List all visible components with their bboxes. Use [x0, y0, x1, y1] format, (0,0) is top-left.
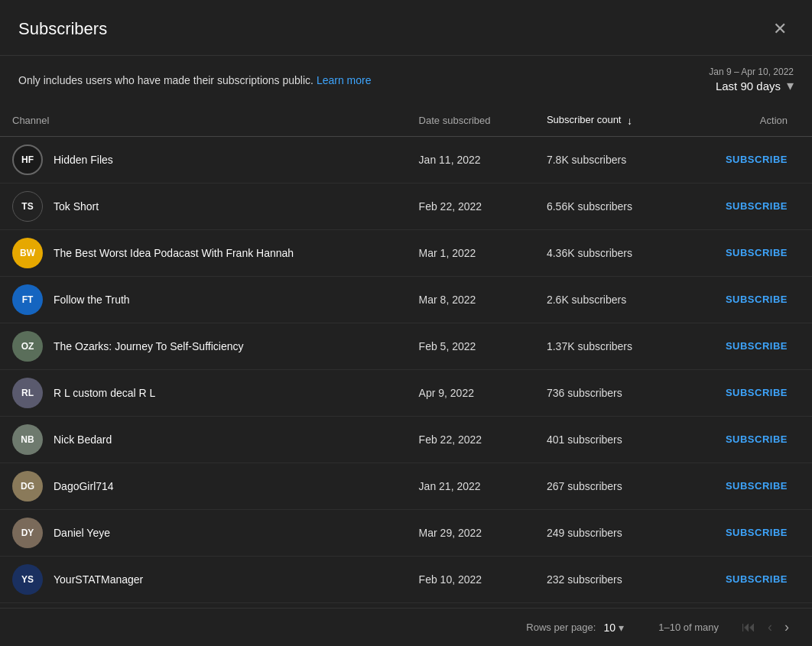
channel-cell: OZ The Ozarks: Journey To Self-Sufficien…: [0, 323, 407, 369]
date-range-label: Jan 9 – Apr 10, 2022: [709, 67, 794, 77]
count-cell: 6.56K subscribers: [534, 183, 681, 229]
table-row: RL R L custom decal R L Apr 9, 2022 736 …: [0, 369, 812, 416]
channel-name[interactable]: Nick Bedard: [54, 433, 112, 446]
subtitle-text: Only includes users who have made their …: [18, 74, 371, 86]
rows-per-page-label: Rows per page:: [526, 622, 596, 633]
channel-cell: DY Daniel Yeye: [0, 509, 407, 556]
rows-per-page-value: 10: [603, 622, 615, 634]
subscribers-modal: Subscribers ✕ Only includes users who ha…: [0, 0, 812, 646]
avatar: RL: [12, 378, 43, 408]
action-cell: SUBSCRIBE: [680, 136, 812, 183]
channel-name[interactable]: The Best Worst Idea Podacast With Frank …: [54, 247, 294, 259]
subscribe-button[interactable]: SUBSCRIBE: [726, 524, 788, 541]
date-range-picker[interactable]: Jan 9 – Apr 10, 2022 Last 90 days ▾: [709, 67, 794, 94]
action-cell: SUBSCRIBE: [680, 229, 812, 276]
action-cell: SUBSCRIBE: [680, 509, 812, 556]
subscribe-button[interactable]: SUBSCRIBE: [726, 291, 788, 308]
rows-per-page-chevron: ▾: [619, 622, 624, 634]
count-cell: 736 subscribers: [534, 369, 681, 416]
date-cell: Feb 22, 2022: [407, 416, 534, 463]
action-cell: SUBSCRIBE: [680, 276, 812, 323]
learn-more-link[interactable]: Learn more: [317, 74, 372, 86]
page-navigation: ⏮ ‹ ›: [737, 616, 794, 638]
channel-name[interactable]: Hidden Files: [54, 154, 113, 166]
rows-per-page-select[interactable]: 10 ▾: [603, 622, 624, 634]
count-cell: 232 subscribers: [534, 556, 681, 602]
channel-cell: NB Nick Bedard: [0, 416, 407, 463]
avatar: NB: [12, 424, 43, 455]
subscribe-button[interactable]: SUBSCRIBE: [726, 477, 788, 495]
table-row: YS YourSTATManager Feb 10, 2022 232 subs…: [0, 556, 812, 602]
channel-cell: HF Hidden Files: [0, 136, 407, 183]
action-cell: SUBSCRIBE: [680, 556, 812, 602]
col-subscriber-count[interactable]: Subscriber count ↓: [534, 105, 681, 136]
date-range-value: Last 90 days ▾: [716, 77, 794, 94]
avatar: HF: [12, 144, 43, 175]
subtitle-row: Only includes users who have made their …: [0, 56, 812, 105]
avatar: OZ: [12, 331, 43, 362]
channel-name[interactable]: The Ozarks: Journey To Self-Sufficiency: [54, 340, 243, 352]
subscribe-button[interactable]: SUBSCRIBE: [726, 151, 788, 168]
prev-page-button[interactable]: ‹: [763, 616, 777, 638]
table-row: TS Tok Short Feb 22, 2022 6.56K subscrib…: [0, 183, 812, 229]
date-cell: Feb 10, 2022: [407, 556, 534, 602]
table-row: DY Daniel Yeye Mar 29, 2022 249 subscrib…: [0, 509, 812, 556]
table-row: OZ The Ozarks: Journey To Self-Sufficien…: [0, 323, 812, 369]
modal-header: Subscribers ✕: [0, 0, 812, 56]
action-cell: SUBSCRIBE: [680, 463, 812, 509]
table-row: BW The Best Worst Idea Podacast With Fra…: [0, 229, 812, 276]
avatar: YS: [12, 564, 43, 595]
subscribers-table-container: Channel Date subscribed Subscriber count…: [0, 105, 812, 608]
channel-cell: RL R L custom decal R L: [0, 369, 407, 416]
channel-cell: FT Follow the Truth: [0, 276, 407, 323]
table-header-row: Channel Date subscribed Subscriber count…: [0, 105, 812, 136]
count-cell: 1.37K subscribers: [534, 323, 681, 369]
action-cell: SUBSCRIBE: [680, 323, 812, 369]
count-cell: 2.6K subscribers: [534, 276, 681, 323]
avatar: DG: [12, 471, 43, 502]
count-cell: 7.8K subscribers: [534, 136, 681, 183]
table-footer: Rows per page: 10 ▾ 1–10 of many ⏮ ‹ ›: [0, 608, 812, 646]
action-cell: SUBSCRIBE: [680, 183, 812, 229]
subscribers-table: Channel Date subscribed Subscriber count…: [0, 105, 812, 603]
channel-cell: BW The Best Worst Idea Podacast With Fra…: [0, 229, 407, 276]
close-icon: ✕: [773, 19, 787, 39]
channel-name[interactable]: Follow the Truth: [54, 294, 130, 306]
date-cell: Mar 1, 2022: [407, 229, 534, 276]
count-cell: 267 subscribers: [534, 463, 681, 509]
next-page-button[interactable]: ›: [780, 616, 794, 638]
action-cell: SUBSCRIBE: [680, 416, 812, 463]
channel-cell: YS YourSTATManager: [0, 556, 407, 602]
close-button[interactable]: ✕: [766, 15, 794, 43]
channel-name[interactable]: Tok Short: [54, 200, 99, 213]
table-row: HF Hidden Files Jan 11, 2022 7.8K subscr…: [0, 136, 812, 183]
table-row: NB Nick Bedard Feb 22, 2022 401 subscrib…: [0, 416, 812, 463]
first-page-button[interactable]: ⏮: [737, 616, 760, 638]
subscribe-button[interactable]: SUBSCRIBE: [726, 337, 788, 355]
count-cell: 249 subscribers: [534, 509, 681, 556]
date-cell: Jan 11, 2022: [407, 136, 534, 183]
date-cell: Feb 22, 2022: [407, 183, 534, 229]
date-cell: Mar 8, 2022: [407, 276, 534, 323]
channel-cell: TS Tok Short: [0, 183, 407, 229]
subscribe-button[interactable]: SUBSCRIBE: [726, 430, 788, 448]
rows-per-page: Rows per page: 10 ▾: [526, 622, 624, 634]
avatar: BW: [12, 238, 43, 268]
subscribe-button[interactable]: SUBSCRIBE: [726, 197, 788, 215]
date-cell: Mar 29, 2022: [407, 509, 534, 556]
sort-desc-icon: ↓: [627, 115, 632, 127]
channel-name[interactable]: Daniel Yeye: [54, 527, 110, 539]
subscribe-button[interactable]: SUBSCRIBE: [726, 384, 788, 401]
channel-name[interactable]: R L custom decal R L: [54, 387, 155, 399]
channel-name[interactable]: DagoGirl714: [54, 480, 114, 492]
page-info: 1–10 of many: [642, 622, 719, 633]
date-cell: Feb 5, 2022: [407, 323, 534, 369]
subscribe-button[interactable]: SUBSCRIBE: [726, 244, 788, 261]
modal-title: Subscribers: [18, 19, 107, 39]
date-range-text: Last 90 days: [716, 80, 781, 93]
date-cell: Jan 21, 2022: [407, 463, 534, 509]
date-cell: Apr 9, 2022: [407, 369, 534, 416]
table-row: DG DagoGirl714 Jan 21, 2022 267 subscrib…: [0, 463, 812, 509]
channel-name[interactable]: YourSTATManager: [54, 573, 143, 586]
subscribe-button[interactable]: SUBSCRIBE: [726, 570, 788, 588]
